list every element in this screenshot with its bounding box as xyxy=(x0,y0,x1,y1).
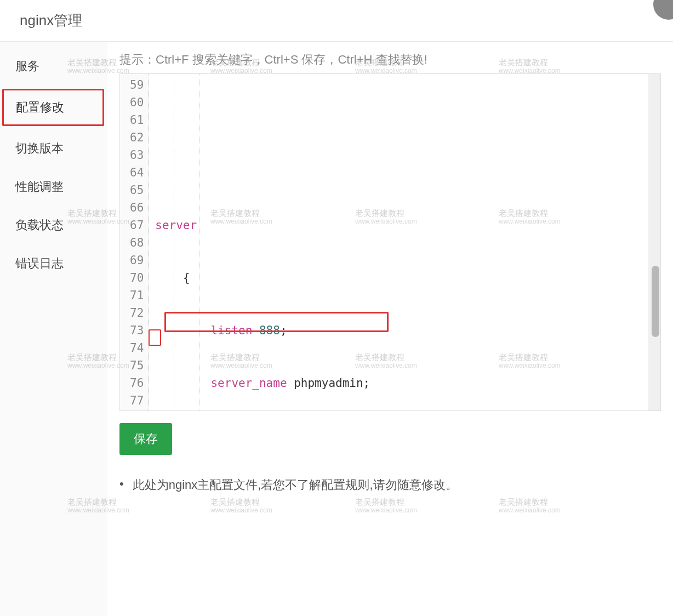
line-number: 65 xyxy=(130,181,144,199)
line-number: 68 xyxy=(130,234,144,252)
sidebar-item-config[interactable]: 配置修改 xyxy=(2,89,104,126)
sidebar-item-performance[interactable]: 性能调整 xyxy=(0,168,107,206)
content-area: 提示：Ctrl+F 搜索关键字，Ctrl+S 保存，Ctrl+H 查找替换! 5… xyxy=(107,42,673,616)
code-line[interactable] xyxy=(155,164,654,181)
scrollbar-thumb[interactable] xyxy=(652,266,659,337)
line-number: 75 xyxy=(130,357,144,374)
line-number: 72 xyxy=(130,304,144,322)
line-number: 70 xyxy=(130,269,144,287)
line-number-gutter: 59 60 61 62 63 64 65 66 67 68 69 70 71 7… xyxy=(120,74,149,410)
line-number: 67 xyxy=(130,216,144,234)
line-number: 59 xyxy=(130,76,144,94)
code-editor[interactable]: 59 60 61 62 63 64 65 66 67 68 69 70 71 7… xyxy=(119,73,661,411)
line-number: 62 xyxy=(130,129,144,146)
sidebar-item-error-log[interactable]: 错误日志 xyxy=(0,244,107,283)
line-number: 63 xyxy=(130,146,144,164)
editor-hint: 提示：Ctrl+F 搜索关键字，Ctrl+S 保存，Ctrl+H 查找替换! xyxy=(119,52,661,68)
sidebar-item-switch-version[interactable]: 切换版本 xyxy=(0,129,107,168)
line-number: 77 xyxy=(130,392,144,409)
line-number: 61 xyxy=(130,111,144,129)
sidebar-item-load-status[interactable]: 负载状态 xyxy=(0,206,107,244)
line-number: 60 xyxy=(130,94,144,111)
code-line[interactable]: { xyxy=(155,269,654,287)
line-number: 64 xyxy=(130,164,144,181)
line-number: 69 xyxy=(130,252,144,269)
code-line[interactable]: server xyxy=(155,216,654,234)
page-title: nginx管理 xyxy=(0,0,673,42)
code-area[interactable]: server { listen 888; server_name phpmyad… xyxy=(149,74,660,410)
save-button[interactable]: 保存 xyxy=(119,423,172,455)
line-number: 71 xyxy=(130,287,144,304)
line-number: 73 xyxy=(130,322,144,339)
code-line[interactable]: server_name phpmyadmin; xyxy=(155,374,654,392)
line-number: 76 xyxy=(130,374,144,392)
sidebar: 服务 配置修改 切换版本 性能调整 负载状态 错误日志 xyxy=(0,42,107,616)
sidebar-item-service[interactable]: 服务 xyxy=(0,47,107,85)
bullet-icon: • xyxy=(119,477,124,491)
scrollbar-track[interactable] xyxy=(648,74,660,410)
line-number: 66 xyxy=(130,199,144,216)
code-line[interactable]: listen 888; xyxy=(155,322,654,339)
line-number: 74 xyxy=(130,339,144,357)
config-warning-note: 此处为nginx主配置文件,若您不了解配置规则,请勿随意修改。 xyxy=(133,477,458,493)
